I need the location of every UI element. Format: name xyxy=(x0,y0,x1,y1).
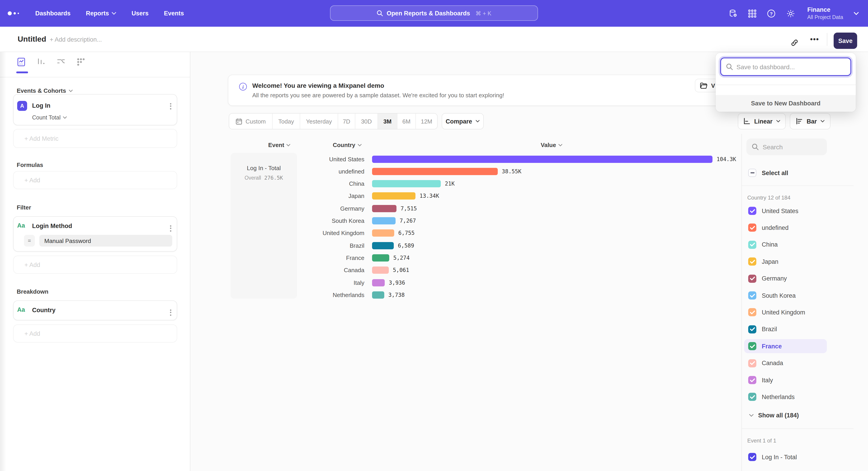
country-row-brazil[interactable]: Brazil xyxy=(748,325,777,333)
more-options-icon[interactable]: ••• xyxy=(810,35,819,43)
event-legend-row[interactable]: Log In - Total xyxy=(748,453,797,461)
bar-label-netherlands: Netherlands xyxy=(274,292,364,298)
country-row-japan[interactable]: Japan xyxy=(748,258,778,266)
checkbox-undefined[interactable] xyxy=(748,224,756,232)
select-all-row[interactable]: Select all xyxy=(748,169,788,177)
checkbox-japan[interactable] xyxy=(748,258,756,266)
bar-united-kingdom[interactable] xyxy=(372,230,394,237)
column-header-value[interactable]: Value xyxy=(541,142,562,148)
country-row-netherlands[interactable]: Netherlands xyxy=(748,393,795,401)
aggregation-selector[interactable]: Count Total xyxy=(32,115,67,121)
metric-kebab-icon[interactable] xyxy=(170,102,171,110)
checkbox-netherlands[interactable] xyxy=(748,393,756,401)
tab-bar-chart-icon[interactable] xyxy=(36,57,46,67)
tab-insights-icon[interactable] xyxy=(16,57,26,67)
breakdown-card-country[interactable]: Aa Country xyxy=(13,300,177,320)
bar-undefined[interactable] xyxy=(372,168,498,175)
scale-selector[interactable]: Linear xyxy=(738,113,786,129)
time-range-6m[interactable]: 6M xyxy=(397,114,415,129)
legend-search-input[interactable] xyxy=(763,143,822,150)
time-range-7d[interactable]: 7D xyxy=(338,114,355,129)
nav-users[interactable]: Users xyxy=(131,10,149,17)
events-cohorts-header[interactable]: Events & Cohorts xyxy=(17,87,73,94)
country-row-italy[interactable]: Italy xyxy=(748,376,773,384)
country-row-united-kingdom[interactable]: United Kingdom xyxy=(748,308,805,317)
time-range-12m[interactable]: 12M xyxy=(415,114,437,129)
country-row-germany[interactable]: Germany xyxy=(748,274,787,283)
add-formula-button[interactable]: + Add xyxy=(13,171,177,189)
time-range-3m[interactable]: 3M xyxy=(377,114,397,129)
breakdown-kebab-icon[interactable] xyxy=(170,308,171,317)
country-label: United Kingdom xyxy=(762,309,805,316)
settings-gear-icon[interactable] xyxy=(786,9,795,18)
country-row-france[interactable]: France xyxy=(748,342,782,350)
copy-link-icon[interactable] xyxy=(790,38,799,49)
bar-china[interactable] xyxy=(372,180,441,187)
checkbox-italy[interactable] xyxy=(748,376,756,384)
time-range-today[interactable]: Today xyxy=(272,114,300,129)
checkbox-brazil[interactable] xyxy=(748,325,756,333)
global-search-button[interactable]: Open Reports & Dashboards ⌘ + K xyxy=(330,5,538,21)
chart-type-selector[interactable]: Bar xyxy=(790,113,831,129)
calendar-icon xyxy=(236,118,242,125)
select-all-checkbox[interactable] xyxy=(748,169,756,177)
show-all-button[interactable]: Show all (184) xyxy=(749,412,799,419)
save-button[interactable]: Save xyxy=(834,33,857,49)
time-range-yesterday[interactable]: Yesterday xyxy=(300,114,338,129)
filter-operator[interactable]: = xyxy=(24,235,35,246)
dashboard-search-input[interactable] xyxy=(737,63,840,70)
nav-dashboards[interactable]: Dashboards xyxy=(35,10,70,17)
filter-value[interactable]: Manual Password xyxy=(39,235,172,246)
tab-flows-icon[interactable] xyxy=(56,57,66,67)
metric-card-log-in[interactable]: A Log In Count Total xyxy=(13,94,177,125)
filter-kebab-icon[interactable] xyxy=(170,224,171,233)
mixpanel-logo-icon[interactable] xyxy=(8,11,19,16)
bar-japan[interactable] xyxy=(372,193,415,200)
bar-canada[interactable] xyxy=(372,266,389,274)
bar-netherlands[interactable] xyxy=(372,291,384,299)
add-metric-button[interactable]: + Add Metric xyxy=(13,129,177,148)
project-chevron-down-icon[interactable] xyxy=(854,11,859,15)
checkbox-canada[interactable] xyxy=(748,359,756,367)
checkbox-france[interactable] xyxy=(748,342,756,350)
add-description[interactable]: + Add description... xyxy=(50,36,102,43)
checkbox-united-kingdom[interactable] xyxy=(748,308,756,317)
data-management-icon[interactable] xyxy=(728,9,738,18)
country-row-south-korea[interactable]: South Korea xyxy=(748,291,796,299)
country-row-undefined[interactable]: undefined xyxy=(748,224,789,232)
save-to-new-dashboard-button[interactable]: Save to New Dashboard xyxy=(716,95,856,112)
bar-south-korea[interactable] xyxy=(372,217,396,225)
bar-germany[interactable] xyxy=(372,205,397,212)
checkbox-south-korea[interactable] xyxy=(748,291,756,299)
filter-card-login-method[interactable]: Aa Login Method = Manual Password xyxy=(13,216,177,252)
save-to-dashboard-popup: Save to New Dashboard xyxy=(716,53,856,112)
country-row-canada[interactable]: Canada xyxy=(748,359,783,367)
nav-events[interactable]: Events xyxy=(164,10,184,17)
checkbox-germany[interactable] xyxy=(748,274,756,283)
legend-search[interactable] xyxy=(746,139,827,155)
tab-retention-icon[interactable] xyxy=(76,57,86,67)
bar-france[interactable] xyxy=(372,254,389,262)
bar-united-states[interactable] xyxy=(372,155,712,163)
country-row-united-states[interactable]: United States xyxy=(748,207,798,215)
report-title[interactable]: Untitled xyxy=(18,35,46,44)
project-switcher[interactable]: Finance All Project Data xyxy=(807,6,843,21)
compare-button[interactable]: Compare xyxy=(442,113,484,129)
column-header-country[interactable]: Country xyxy=(333,142,362,148)
time-range-custom[interactable]: Custom xyxy=(229,114,272,129)
checkbox-china[interactable] xyxy=(748,241,756,249)
event-cell[interactable]: Log In - Total Overall276.5K xyxy=(230,153,297,299)
nav-reports[interactable]: Reports xyxy=(86,10,116,17)
checkbox-united-states[interactable] xyxy=(748,207,756,215)
event-checkbox[interactable] xyxy=(748,453,756,461)
time-range-30d[interactable]: 30D xyxy=(355,114,377,129)
add-filter-button[interactable]: + Add xyxy=(13,256,177,274)
bar-italy[interactable] xyxy=(372,279,385,286)
add-breakdown-button[interactable]: + Add xyxy=(13,324,177,343)
column-header-event[interactable]: Event xyxy=(268,142,291,148)
bar-value-netherlands: 3,738 xyxy=(388,292,405,298)
bar-brazil[interactable] xyxy=(372,242,394,249)
country-row-china[interactable]: China xyxy=(748,241,778,249)
help-icon[interactable]: ? xyxy=(767,9,776,18)
apps-grid-icon[interactable] xyxy=(748,9,756,18)
